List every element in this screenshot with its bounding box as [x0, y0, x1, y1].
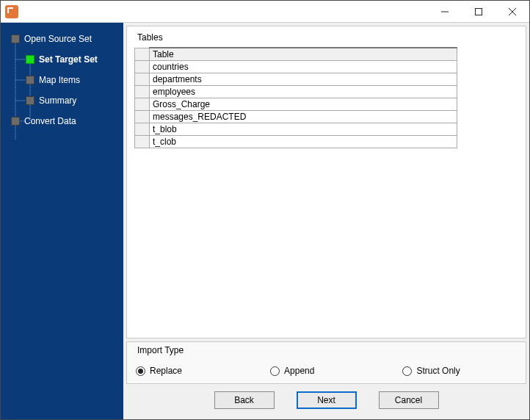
- row-header: [135, 123, 150, 136]
- table-cell: countries: [150, 61, 457, 73]
- button-label: Cancel: [395, 395, 422, 405]
- tables-group: Tables Table countries: [126, 26, 526, 338]
- radio-label: Append: [284, 366, 314, 376]
- row-header: [135, 136, 150, 148]
- import-type-group: Import Type Replace Append Struct Only: [126, 341, 526, 384]
- radio-append[interactable]: Append: [270, 366, 314, 376]
- row-header: [135, 73, 150, 86]
- tables-grid: Table countries departments: [134, 47, 457, 148]
- next-button[interactable]: Next: [297, 391, 357, 409]
- table-cell: employees: [150, 86, 457, 98]
- radio-icon: [270, 366, 280, 376]
- tables-grid-wrap[interactable]: Table countries departments: [134, 47, 518, 335]
- table-row[interactable]: departments: [135, 73, 457, 86]
- radio-label: Struct Only: [416, 366, 460, 376]
- close-button[interactable]: [495, 1, 529, 23]
- wizard-window: Open Source Set Set Target Set Map Items…: [0, 0, 530, 420]
- step-label: Set Target Set: [39, 54, 98, 65]
- maximize-icon: [475, 8, 482, 15]
- row-header: [135, 86, 150, 98]
- row-header: [135, 98, 150, 111]
- table-cell: t_clob: [150, 136, 457, 148]
- svg-line-3: [509, 8, 516, 15]
- step-marker-icon: [26, 55, 35, 64]
- step-label: Map Items: [39, 75, 80, 85]
- wizard-steps-sidebar: Open Source Set Set Target Set Map Items…: [1, 23, 123, 419]
- radio-icon: [136, 366, 145, 376]
- svg-rect-1: [476, 8, 482, 15]
- step-open-source-set[interactable]: Open Source Set: [1, 29, 123, 49]
- row-header: [135, 61, 150, 73]
- main-panel: Tables Table countries: [123, 23, 529, 419]
- table-cell: t_blob: [150, 123, 457, 136]
- maximize-button[interactable]: [462, 1, 495, 23]
- radio-icon: [402, 366, 412, 376]
- radio-replace[interactable]: Replace: [136, 366, 182, 376]
- step-label: Convert Data: [24, 116, 76, 126]
- step-label: Open Source Set: [24, 34, 92, 44]
- step-set-target-set[interactable]: Set Target Set: [1, 49, 123, 70]
- table-row[interactable]: t_blob: [135, 123, 457, 136]
- step-marker-icon: [26, 76, 35, 84]
- step-summary[interactable]: Summary: [1, 90, 123, 111]
- radio-struct-only[interactable]: Struct Only: [402, 366, 460, 376]
- table-cell: departments: [150, 73, 457, 86]
- radio-label: Replace: [150, 366, 182, 376]
- step-label: Summary: [39, 95, 76, 106]
- cancel-button[interactable]: Cancel: [379, 391, 439, 409]
- table-row[interactable]: Gross_Charge: [135, 98, 457, 111]
- table-row[interactable]: countries: [135, 61, 457, 73]
- table-cell: messages_REDACTED: [150, 111, 457, 123]
- tables-title: Tables: [134, 32, 518, 43]
- back-button[interactable]: Back: [214, 391, 275, 409]
- minimize-icon: [441, 8, 449, 15]
- table-row[interactable]: messages_REDACTED: [135, 111, 457, 123]
- row-header: [135, 111, 150, 123]
- button-label: Next: [317, 395, 335, 405]
- title-bar: [1, 1, 529, 23]
- button-label: Back: [234, 395, 254, 405]
- table-row[interactable]: employees: [135, 86, 457, 98]
- app-icon: [5, 5, 18, 18]
- step-marker-icon: [26, 96, 35, 105]
- minimize-button[interactable]: [428, 1, 462, 23]
- table-row[interactable]: t_clob: [135, 136, 457, 148]
- step-map-items[interactable]: Map Items: [1, 70, 123, 90]
- step-convert-data[interactable]: Convert Data: [1, 111, 123, 131]
- grid-corner: [135, 48, 150, 61]
- step-marker-icon: [11, 117, 20, 126]
- import-type-title: Import Type: [134, 345, 518, 355]
- wizard-button-row: Back Next Cancel: [126, 384, 526, 416]
- table-cell: Gross_Charge: [150, 98, 457, 111]
- svg-line-2: [509, 8, 516, 15]
- column-header-table[interactable]: Table: [150, 48, 457, 61]
- step-marker-icon: [11, 35, 20, 43]
- close-icon: [509, 8, 516, 15]
